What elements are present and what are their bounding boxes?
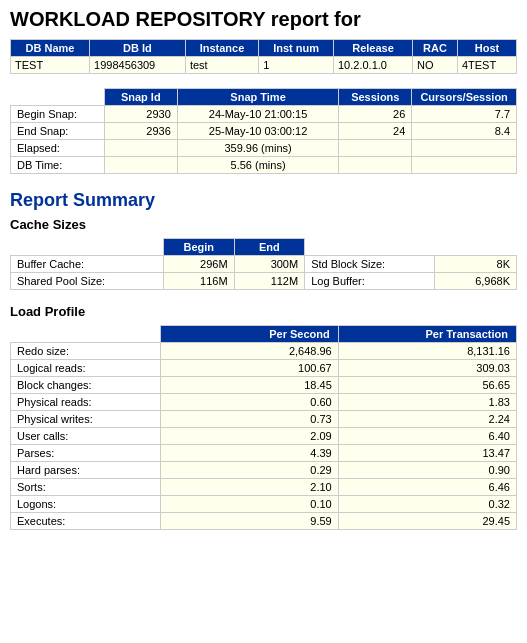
cache-value2: 6,968K — [434, 273, 516, 290]
load-per-transaction: 6.46 — [338, 479, 516, 496]
cache-sizes-table: Begin End Buffer Cache:296M300MStd Block… — [10, 238, 517, 290]
load-label: Parses: — [11, 445, 161, 462]
load-row: User calls:2.096.40 — [11, 428, 517, 445]
page-title: WORKLOAD REPOSITORY report for — [0, 0, 527, 35]
col-instance: Instance — [185, 40, 258, 57]
load-label: Logons: — [11, 496, 161, 513]
snap-row-label: End Snap: — [11, 123, 105, 140]
snap-sessions-value — [339, 157, 412, 174]
cache-end-value: 300M — [234, 256, 305, 273]
load-profile-title: Load Profile — [0, 300, 527, 321]
load-per-transaction: 13.47 — [338, 445, 516, 462]
snap-sessions-value: 26 — [339, 106, 412, 123]
snap-cursors-value — [412, 157, 517, 174]
snap-info-table: Snap Id Snap Time Sessions Cursors/Sessi… — [10, 88, 517, 174]
load-label: Logical reads: — [11, 360, 161, 377]
load-per-second: 4.39 — [160, 445, 338, 462]
snap-sessions-value — [339, 140, 412, 157]
col-release: Release — [334, 40, 413, 57]
cache-begin-value: 116M — [163, 273, 234, 290]
load-per-transaction: 0.90 — [338, 462, 516, 479]
load-per-second: 2.10 — [160, 479, 338, 496]
load-row: Executes:9.5929.45 — [11, 513, 517, 530]
instance-value: test — [185, 57, 258, 74]
snap-row-label: Elapsed: — [11, 140, 105, 157]
snap-cursors-value: 7.7 — [412, 106, 517, 123]
load-per-second: 100.67 — [160, 360, 338, 377]
snap-row-label: Begin Snap: — [11, 106, 105, 123]
load-per-second: 2.09 — [160, 428, 338, 445]
load-label: Executes: — [11, 513, 161, 530]
rac-value: NO — [413, 57, 458, 74]
col-dbid: DB Id — [90, 40, 186, 57]
snap-id-value — [104, 140, 177, 157]
host-value: 4TEST — [457, 57, 516, 74]
load-label: Hard parses: — [11, 462, 161, 479]
load-per-transaction: 29.45 — [338, 513, 516, 530]
load-per-second: 0.60 — [160, 394, 338, 411]
cache-end-value: 112M — [234, 273, 305, 290]
load-per-second: 0.73 — [160, 411, 338, 428]
db-id-value: 1998456309 — [90, 57, 186, 74]
load-label: Redo size: — [11, 343, 161, 360]
report-summary-title: Report Summary — [0, 184, 527, 213]
cache-sizes-title: Cache Sizes — [0, 213, 527, 234]
per-second-header: Per Second — [160, 326, 338, 343]
load-row: Redo size:2,648.968,131.16 — [11, 343, 517, 360]
snap-id-value: 2936 — [104, 123, 177, 140]
load-row: Hard parses:0.290.90 — [11, 462, 517, 479]
load-label: User calls: — [11, 428, 161, 445]
load-row: Logical reads:100.67309.03 — [11, 360, 517, 377]
load-per-transaction: 6.40 — [338, 428, 516, 445]
snap-time-header: Snap Time — [177, 89, 339, 106]
col-instnum: Inst num — [259, 40, 334, 57]
snap-row: Elapsed:359.96 (mins) — [11, 140, 517, 157]
db-info-row: TEST 1998456309 test 1 10.2.0.1.0 NO 4TE… — [11, 57, 517, 74]
load-per-second: 2,648.96 — [160, 343, 338, 360]
load-per-transaction: 8,131.16 — [338, 343, 516, 360]
snap-cursors-value: 8.4 — [412, 123, 517, 140]
load-label: Physical writes: — [11, 411, 161, 428]
load-per-transaction: 56.65 — [338, 377, 516, 394]
cache-value2: 8K — [434, 256, 516, 273]
snap-time-value: 24-May-10 21:00:15 — [177, 106, 339, 123]
load-per-second: 0.10 — [160, 496, 338, 513]
load-label: Block changes: — [11, 377, 161, 394]
snap-cursors-value — [412, 140, 517, 157]
snap-time-value: 5.56 (mins) — [177, 157, 339, 174]
load-row: Logons:0.100.32 — [11, 496, 517, 513]
db-name-value: TEST — [11, 57, 90, 74]
snap-id-value: 2930 — [104, 106, 177, 123]
end-header: End — [234, 239, 305, 256]
load-row: Sorts:2.106.46 — [11, 479, 517, 496]
snap-id-value — [104, 157, 177, 174]
cache-row: Shared Pool Size:116M112MLog Buffer:6,96… — [11, 273, 517, 290]
load-label: Physical reads: — [11, 394, 161, 411]
cache-begin-value: 296M — [163, 256, 234, 273]
load-per-transaction: 309.03 — [338, 360, 516, 377]
load-per-second: 18.45 — [160, 377, 338, 394]
load-per-transaction: 2.24 — [338, 411, 516, 428]
load-per-second: 0.29 — [160, 462, 338, 479]
sessions-header: Sessions — [339, 89, 412, 106]
cache-label2: Std Block Size: — [305, 256, 434, 273]
cache-label2: Log Buffer: — [305, 273, 434, 290]
load-per-second: 9.59 — [160, 513, 338, 530]
col-host: Host — [457, 40, 516, 57]
load-per-transaction: 1.83 — [338, 394, 516, 411]
cursors-header: Cursors/Session — [412, 89, 517, 106]
snap-row-label: DB Time: — [11, 157, 105, 174]
load-label: Sorts: — [11, 479, 161, 496]
snap-id-header: Snap Id — [104, 89, 177, 106]
load-row: Parses:4.3913.47 — [11, 445, 517, 462]
db-info-table: DB Name DB Id Instance Inst num Release … — [10, 39, 517, 74]
snap-row: DB Time:5.56 (mins) — [11, 157, 517, 174]
begin-header: Begin — [163, 239, 234, 256]
snap-time-value: 25-May-10 03:00:12 — [177, 123, 339, 140]
load-per-transaction: 0.32 — [338, 496, 516, 513]
col-rac: RAC — [413, 40, 458, 57]
snap-time-value: 359.96 (mins) — [177, 140, 339, 157]
per-transaction-header: Per Transaction — [338, 326, 516, 343]
load-row: Physical reads:0.601.83 — [11, 394, 517, 411]
col-dbname: DB Name — [11, 40, 90, 57]
